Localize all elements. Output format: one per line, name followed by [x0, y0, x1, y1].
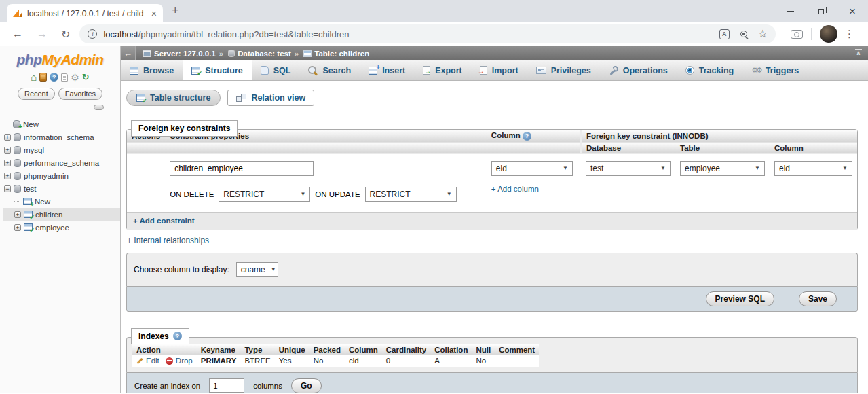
expand-icon[interactable]: + — [14, 211, 21, 218]
forward-button[interactable]: → — [37, 28, 48, 40]
table-icon — [303, 50, 312, 57]
profile-avatar[interactable] — [820, 25, 837, 43]
browser-tab[interactable]: localhost / 127.0.0.1 / test / child × — [7, 4, 163, 22]
tab-export[interactable]: Export — [414, 60, 471, 80]
bookmark-star-icon[interactable]: ☆ — [758, 29, 768, 39]
new-tab-button[interactable]: + — [172, 3, 179, 18]
tab-search[interactable]: Search — [299, 60, 360, 80]
on-update-select[interactable]: RESTRICT — [365, 187, 457, 202]
tree-item-information-schema[interactable]: + information_schema — [3, 130, 120, 143]
tab-tracking[interactable]: Tracking — [677, 60, 742, 80]
reload-button[interactable]: ↻ — [61, 28, 70, 41]
help-icon[interactable]: ? — [173, 332, 182, 340]
camera-extension-icon[interactable] — [791, 30, 803, 39]
indexes-fieldset: Indexes? Action Keyname Type Unique Pack… — [126, 337, 858, 372]
zoom-icon[interactable] — [740, 31, 747, 37]
preview-sql-button[interactable]: Preview SQL — [706, 291, 774, 306]
save-button[interactable]: Save — [799, 291, 837, 306]
table-icon — [24, 223, 33, 231]
structure-icon — [191, 67, 200, 75]
restore-button[interactable] — [806, 0, 837, 22]
tab-privileges[interactable]: Privileges — [527, 60, 600, 80]
expand-icon[interactable]: + — [4, 160, 11, 166]
help-icon[interactable]: ? — [50, 73, 58, 82]
collapse-panel-icon[interactable]: ∧ — [855, 49, 862, 56]
address-bar[interactable]: i localhost/phpmyadmin/tbl_relation.php?… — [79, 24, 776, 43]
table-tabs: Browse Structure SQL Search Insert Expor… — [121, 60, 868, 81]
database-icon — [14, 159, 21, 167]
idx-header-packed: Packed — [309, 344, 345, 355]
tree-item-employee[interactable]: + employee — [3, 221, 120, 234]
fk-database-select[interactable]: test — [586, 161, 671, 176]
back-button[interactable]: ← — [12, 28, 23, 40]
recent-button[interactable]: Recent — [18, 88, 55, 100]
expand-icon[interactable]: + — [4, 147, 11, 154]
tab-browse[interactable]: Browse — [121, 60, 183, 80]
help-icon[interactable]: ? — [523, 132, 531, 141]
tree-item-new-table[interactable]: New — [3, 195, 120, 208]
column-select[interactable]: eid — [491, 161, 573, 176]
tree-item-children[interactable]: + children — [3, 208, 120, 221]
add-column-link[interactable]: + Add column — [491, 185, 576, 193]
add-constraint-link[interactable]: + Add constraint — [133, 217, 195, 225]
restore-icon — [818, 9, 824, 14]
site-info-icon[interactable]: i — [88, 29, 97, 39]
logout-icon[interactable] — [39, 73, 47, 82]
expand-icon[interactable]: + — [4, 173, 11, 179]
tab-close-icon[interactable]: × — [151, 8, 157, 19]
breadcrumb-database[interactable]: Database: test — [238, 50, 291, 58]
page-selector-icon[interactable] — [94, 105, 104, 110]
import-icon — [480, 66, 487, 75]
pma-logo[interactable]: phpMyAdmin — [0, 46, 120, 68]
display-column-select[interactable]: cname — [236, 262, 278, 277]
search-icon — [308, 66, 318, 75]
tab-import[interactable]: Import — [471, 60, 527, 80]
relation-view-icon — [236, 94, 246, 102]
tab-operations[interactable]: Operations — [600, 60, 677, 80]
idx-header-null: Null — [472, 344, 495, 355]
edit-pencil-icon — [136, 357, 143, 363]
tab-structure[interactable]: Structure — [183, 60, 252, 80]
tree-item-phpmyadmin[interactable]: + phpmyadmin — [3, 169, 120, 182]
tree-item-performance-schema[interactable]: + performance_schema — [3, 156, 120, 169]
go-button[interactable]: Go — [291, 378, 322, 393]
edit-index-link[interactable]: Edit — [136, 357, 159, 365]
fk-column-select[interactable]: eid — [774, 161, 852, 176]
tab-triggers[interactable]: ⚙⚙Triggers — [742, 60, 808, 80]
phpmyadmin-favicon-icon — [13, 9, 22, 18]
docs-icon[interactable] — [61, 73, 68, 82]
close-button[interactable]: × — [837, 0, 868, 22]
fk-table-select[interactable]: employee — [680, 161, 765, 176]
browser-menu-icon[interactable]: ⋮ — [844, 28, 854, 40]
index-columns-count-input[interactable] — [209, 378, 244, 393]
breadcrumb-back-icon[interactable]: ← — [121, 46, 136, 60]
internal-relationships-link[interactable]: + Internal relationships — [127, 236, 858, 245]
database-icon — [228, 50, 235, 57]
home-icon[interactable]: ⌂ — [31, 72, 37, 82]
settings-gear-icon[interactable]: ⚙ — [71, 73, 79, 82]
collapse-icon[interactable]: − — [4, 185, 11, 192]
expand-icon[interactable]: + — [4, 134, 11, 141]
relation-view-button[interactable]: Relation view — [227, 90, 314, 106]
translate-icon[interactable]: A — [719, 29, 730, 39]
expand-icon[interactable]: + — [14, 224, 21, 231]
tree-item-test[interactable]: − test — [3, 182, 120, 195]
display-column-label: Choose column to display: — [134, 265, 229, 274]
database-icon — [14, 172, 21, 180]
table-structure-icon — [136, 94, 145, 102]
constraint-name-input[interactable] — [170, 161, 314, 176]
tab-insert[interactable]: Insert — [360, 60, 414, 80]
tab-sql[interactable]: SQL — [252, 60, 300, 80]
on-delete-select[interactable]: RESTRICT — [219, 187, 310, 202]
minimize-button[interactable] — [774, 0, 806, 22]
breadcrumb-table[interactable]: Table: children — [314, 50, 369, 58]
table-structure-button[interactable]: Table structure — [126, 90, 221, 106]
constraint-row: ON DELETE RESTRICT ON UPDATE RESTRICT ei… — [127, 154, 857, 213]
triggers-gears-icon: ⚙⚙ — [751, 67, 761, 74]
breadcrumb-server[interactable]: Server: 127.0.0.1 — [154, 50, 216, 58]
tree-item-mysql[interactable]: + mysql — [3, 143, 120, 156]
tree-item-new-database[interactable]: New — [3, 118, 120, 130]
drop-index-link[interactable]: Drop — [166, 357, 193, 365]
favorites-button[interactable]: Favorites — [58, 88, 102, 100]
reload-navigation-icon[interactable]: ↻ — [82, 73, 90, 82]
